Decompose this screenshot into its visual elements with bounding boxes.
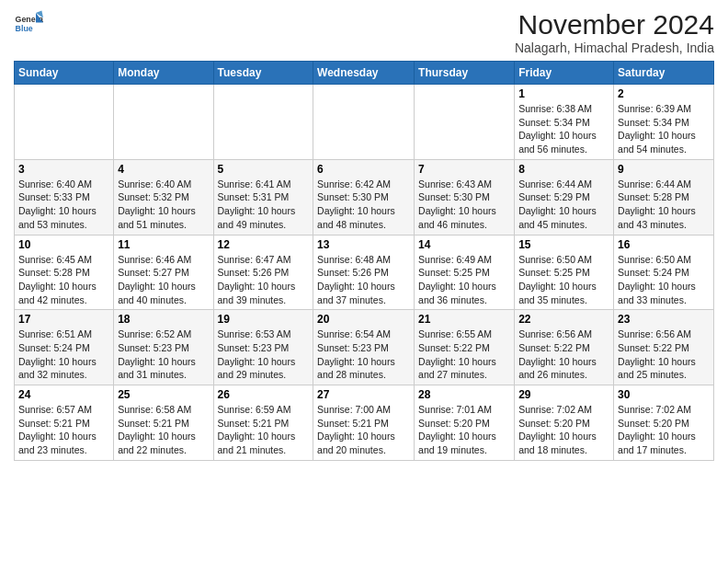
day-cell: [415, 85, 515, 160]
day-cell: 13Sunrise: 6:48 AM Sunset: 5:26 PM Dayli…: [313, 235, 415, 310]
day-number: 28: [418, 388, 510, 401]
day-number: 16: [618, 238, 710, 251]
day-number: 2: [618, 87, 710, 100]
day-info: Sunrise: 6:41 AM Sunset: 5:31 PM Dayligh…: [218, 178, 310, 232]
day-info: Sunrise: 6:56 AM Sunset: 5:22 PM Dayligh…: [618, 327, 710, 382]
day-number: 15: [518, 238, 609, 251]
day-cell: 29Sunrise: 7:02 AM Sunset: 5:20 PM Dayli…: [515, 385, 614, 461]
day-cell: [313, 85, 415, 160]
day-cell: 22Sunrise: 6:56 AM Sunset: 5:22 PM Dayli…: [515, 310, 614, 385]
week-row-1: 3Sunrise: 6:40 AM Sunset: 5:33 PM Daylig…: [15, 159, 714, 235]
day-info: Sunrise: 6:45 AM Sunset: 5:28 PM Dayligh…: [18, 253, 109, 307]
day-number: 4: [118, 163, 209, 176]
day-cell: 9Sunrise: 6:44 AM Sunset: 5:28 PM Daylig…: [614, 159, 714, 235]
day-cell: 27Sunrise: 7:00 AM Sunset: 5:21 PM Dayli…: [313, 385, 415, 461]
day-number: 24: [18, 388, 109, 401]
day-number: 20: [317, 313, 410, 326]
day-cell: 20Sunrise: 6:54 AM Sunset: 5:23 PM Dayli…: [313, 310, 415, 385]
weekday-header-thursday: Thursday: [415, 62, 515, 85]
day-cell: 8Sunrise: 6:44 AM Sunset: 5:29 PM Daylig…: [515, 159, 614, 235]
day-number: 17: [18, 313, 109, 326]
day-info: Sunrise: 6:59 AM Sunset: 5:21 PM Dayligh…: [218, 403, 310, 457]
day-cell: 2Sunrise: 6:39 AM Sunset: 5:34 PM Daylig…: [614, 85, 714, 160]
calendar-table: SundayMondayTuesdayWednesdayThursdayFrid…: [14, 61, 714, 461]
day-cell: [114, 85, 213, 160]
day-cell: 16Sunrise: 6:50 AM Sunset: 5:24 PM Dayli…: [614, 235, 714, 310]
day-cell: 5Sunrise: 6:41 AM Sunset: 5:31 PM Daylig…: [213, 159, 313, 235]
day-info: Sunrise: 6:53 AM Sunset: 5:23 PM Dayligh…: [218, 327, 310, 382]
day-info: Sunrise: 7:00 AM Sunset: 5:21 PM Dayligh…: [317, 403, 410, 457]
day-cell: 11Sunrise: 6:46 AM Sunset: 5:27 PM Dayli…: [114, 235, 213, 310]
day-cell: 17Sunrise: 6:51 AM Sunset: 5:24 PM Dayli…: [15, 310, 114, 385]
day-cell: 10Sunrise: 6:45 AM Sunset: 5:28 PM Dayli…: [15, 235, 114, 310]
day-number: 18: [118, 313, 209, 326]
day-info: Sunrise: 6:55 AM Sunset: 5:22 PM Dayligh…: [418, 327, 510, 382]
day-cell: 19Sunrise: 6:53 AM Sunset: 5:23 PM Dayli…: [213, 310, 313, 385]
day-number: 30: [618, 388, 710, 401]
location: Nalagarh, Himachal Pradesh, India: [515, 40, 714, 55]
weekday-header-saturday: Saturday: [614, 62, 714, 85]
day-number: 14: [418, 238, 510, 251]
day-cell: 3Sunrise: 6:40 AM Sunset: 5:33 PM Daylig…: [15, 159, 114, 235]
weekday-header-friday: Friday: [515, 62, 614, 85]
day-number: 3: [18, 163, 109, 176]
day-number: 22: [518, 313, 609, 326]
day-number: 29: [518, 388, 609, 401]
day-cell: 23Sunrise: 6:56 AM Sunset: 5:22 PM Dayli…: [614, 310, 714, 385]
day-number: 25: [118, 388, 209, 401]
day-cell: 4Sunrise: 6:40 AM Sunset: 5:32 PM Daylig…: [114, 159, 213, 235]
day-cell: 12Sunrise: 6:47 AM Sunset: 5:26 PM Dayli…: [213, 235, 313, 310]
day-cell: 18Sunrise: 6:52 AM Sunset: 5:23 PM Dayli…: [114, 310, 213, 385]
day-number: 21: [418, 313, 510, 326]
day-number: 7: [418, 163, 510, 176]
page-header: General Blue November 2024 Nalagarh, Him…: [14, 9, 714, 55]
day-number: 26: [218, 388, 310, 401]
week-row-0: 1Sunrise: 6:38 AM Sunset: 5:34 PM Daylig…: [15, 85, 714, 160]
day-cell: 24Sunrise: 6:57 AM Sunset: 5:21 PM Dayli…: [15, 385, 114, 461]
day-cell: [15, 85, 114, 160]
day-info: Sunrise: 6:48 AM Sunset: 5:26 PM Dayligh…: [317, 253, 410, 307]
svg-text:Blue: Blue: [16, 24, 33, 33]
day-number: 8: [518, 163, 609, 176]
day-cell: 15Sunrise: 6:50 AM Sunset: 5:25 PM Dayli…: [515, 235, 614, 310]
day-info: Sunrise: 7:02 AM Sunset: 5:20 PM Dayligh…: [618, 403, 710, 457]
day-number: 10: [18, 238, 109, 251]
day-info: Sunrise: 6:50 AM Sunset: 5:25 PM Dayligh…: [518, 253, 609, 307]
day-cell: 30Sunrise: 7:02 AM Sunset: 5:20 PM Dayli…: [614, 385, 714, 461]
day-info: Sunrise: 6:50 AM Sunset: 5:24 PM Dayligh…: [618, 253, 710, 307]
day-info: Sunrise: 6:39 AM Sunset: 5:34 PM Dayligh…: [618, 102, 710, 156]
day-number: 11: [118, 238, 209, 251]
day-info: Sunrise: 6:40 AM Sunset: 5:32 PM Dayligh…: [118, 178, 209, 232]
day-number: 19: [218, 313, 310, 326]
logo-icon: General Blue: [14, 9, 43, 39]
day-info: Sunrise: 6:49 AM Sunset: 5:25 PM Dayligh…: [418, 253, 510, 307]
day-cell: 7Sunrise: 6:43 AM Sunset: 5:30 PM Daylig…: [415, 159, 515, 235]
day-info: Sunrise: 6:44 AM Sunset: 5:28 PM Dayligh…: [618, 178, 710, 232]
weekday-header-monday: Monday: [114, 62, 213, 85]
day-number: 9: [618, 163, 710, 176]
weekday-header-tuesday: Tuesday: [213, 62, 313, 85]
day-info: Sunrise: 6:57 AM Sunset: 5:21 PM Dayligh…: [18, 403, 109, 457]
day-info: Sunrise: 6:51 AM Sunset: 5:24 PM Dayligh…: [18, 327, 109, 382]
day-info: Sunrise: 6:52 AM Sunset: 5:23 PM Dayligh…: [118, 327, 209, 382]
day-number: 12: [218, 238, 310, 251]
day-number: 1: [518, 87, 609, 100]
day-number: 23: [618, 313, 710, 326]
title-block: November 2024 Nalagarh, Himachal Pradesh…: [515, 9, 714, 55]
week-row-2: 10Sunrise: 6:45 AM Sunset: 5:28 PM Dayli…: [15, 235, 714, 310]
week-row-4: 24Sunrise: 6:57 AM Sunset: 5:21 PM Dayli…: [15, 385, 714, 461]
day-cell: 26Sunrise: 6:59 AM Sunset: 5:21 PM Dayli…: [213, 385, 313, 461]
day-cell: 1Sunrise: 6:38 AM Sunset: 5:34 PM Daylig…: [515, 85, 614, 160]
day-info: Sunrise: 6:43 AM Sunset: 5:30 PM Dayligh…: [418, 178, 510, 232]
day-info: Sunrise: 6:47 AM Sunset: 5:26 PM Dayligh…: [218, 253, 310, 307]
day-cell: [213, 85, 313, 160]
day-info: Sunrise: 6:54 AM Sunset: 5:23 PM Dayligh…: [317, 327, 410, 382]
day-info: Sunrise: 6:40 AM Sunset: 5:33 PM Dayligh…: [18, 178, 109, 232]
weekday-header-wednesday: Wednesday: [313, 62, 415, 85]
day-info: Sunrise: 6:38 AM Sunset: 5:34 PM Dayligh…: [518, 102, 609, 156]
day-info: Sunrise: 7:02 AM Sunset: 5:20 PM Dayligh…: [518, 403, 609, 457]
day-cell: 21Sunrise: 6:55 AM Sunset: 5:22 PM Dayli…: [415, 310, 515, 385]
day-number: 6: [317, 163, 410, 176]
day-info: Sunrise: 6:46 AM Sunset: 5:27 PM Dayligh…: [118, 253, 209, 307]
day-info: Sunrise: 6:44 AM Sunset: 5:29 PM Dayligh…: [518, 178, 609, 232]
